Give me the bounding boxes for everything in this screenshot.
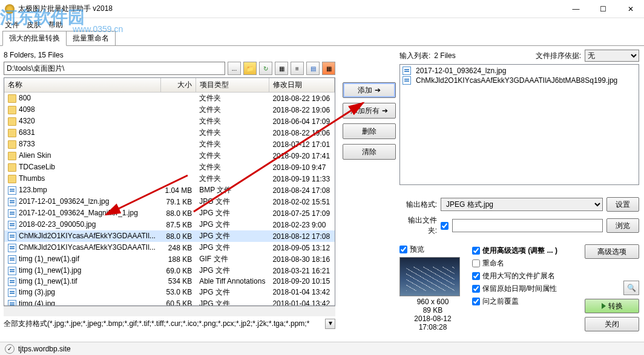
output-folder-checkbox[interactable]	[441, 222, 448, 230]
tab-batch-rename[interactable]: 批量重命名	[66, 31, 116, 45]
table-row[interactable]: timg (3).jpg53.0 KBJPG 文件2018-01-04 13:4…	[4, 287, 335, 298]
supported-formats-label: 全部支持格式(*.jpg;*.jpe;*.jpeg;*.bmp;*.gif;*.…	[4, 319, 325, 329]
maximize-button[interactable]: ☐	[590, 0, 617, 18]
app-icon	[5, 4, 15, 14]
preview-dimensions: 960 x 600	[399, 298, 466, 306]
table-row[interactable]: 8733文件夹2018-07-12 17:01	[4, 138, 335, 150]
list-item[interactable]: 2017-12-01_093624_lzn.jpg	[401, 66, 637, 76]
advanced-options-checkbox[interactable]	[472, 247, 480, 255]
add-button[interactable]: 添加➔	[343, 82, 396, 98]
keep-date-label: 保留原始日期/时间属性	[482, 284, 557, 294]
folder-icon	[8, 117, 16, 126]
table-row[interactable]: 6831文件夹2018-08-22 19:06	[4, 127, 335, 138]
output-format-label: 输出格式:	[399, 200, 437, 210]
arrow-right-icon: ➔	[375, 86, 381, 94]
file-icon	[8, 186, 16, 195]
tab-batch-convert[interactable]: 强大的批量转换	[2, 31, 67, 46]
arrow-right-icon: ➔	[382, 106, 388, 115]
rename-checkbox[interactable]	[472, 259, 480, 267]
uppercase-ext-checkbox[interactable]	[472, 272, 480, 280]
clear-button[interactable]: 清除	[343, 144, 396, 160]
folder-summary: 8 Folders, 15 Files	[4, 50, 335, 62]
folder-icon	[8, 106, 16, 114]
table-row[interactable]: timg (1)_new(1).gif188 KBGIF 文件2018-08-3…	[4, 253, 335, 265]
folder-icon	[8, 129, 16, 137]
table-row[interactable]: Thumbs文件夹2018-09-19 11:33	[4, 173, 335, 184]
folder-icon	[8, 163, 16, 172]
folder-icon	[8, 94, 16, 103]
file-icon	[8, 300, 16, 305]
horizontal-scrollbar[interactable]	[4, 306, 335, 316]
view-large-icon[interactable]: ▦	[275, 62, 288, 75]
formats-dropdown-icon[interactable]: ▾	[325, 319, 335, 329]
output-folder-label: 输出文件夹:	[399, 215, 437, 236]
table-row[interactable]: timg (1)_new(1).jpg69.0 KBJPG 文件2018-03-…	[4, 265, 335, 276]
col-header-date[interactable]: 修改日期	[269, 78, 334, 93]
preview-image	[399, 257, 460, 296]
browse-path-button[interactable]: ...	[228, 62, 241, 75]
table-row[interactable]: timg (1)_new(1).tif534 KBAble Tiff Annot…	[4, 276, 335, 287]
file-icon	[8, 232, 16, 241]
sort-label: 文件排序依据:	[536, 51, 581, 61]
output-format-select[interactable]: JPEG 格式.jpg	[441, 198, 603, 211]
table-row[interactable]: ChMkJld2O1KIYcasAAfEkkY3GDAAATIl...88.0 …	[4, 230, 335, 242]
advanced-options-header: 使用高级选项 (调整 ... )	[482, 246, 557, 256]
table-row[interactable]: TDCaseLib文件夹2018-09-10 9:47	[4, 161, 335, 173]
table-row[interactable]: 4320文件夹2018-06-04 17:09	[4, 116, 335, 127]
input-file-list[interactable]: 2017-12-01_093624_lzn.jpgChMkJld2O1KIYca…	[399, 64, 639, 185]
sort-select[interactable]: 无	[585, 50, 639, 62]
file-icon	[8, 221, 16, 229]
table-row[interactable]: 123.bmp1.04 MBBMP 文件2018-08-24 17:08	[4, 184, 335, 196]
file-icon	[8, 209, 16, 218]
add-all-button[interactable]: 添加所有➔	[343, 103, 396, 119]
uppercase-ext-label: 使用大写的文件扩展名	[482, 271, 555, 281]
view-thumbs-icon[interactable]: ▦	[322, 62, 335, 75]
overwrite-ask-checkbox[interactable]	[472, 298, 480, 305]
input-list-count: 2 Files	[434, 51, 455, 60]
table-row[interactable]: 2018-02-23_090050.jpg87.5 KBJPG 文件2018-0…	[4, 219, 335, 230]
browse-output-button[interactable]: 浏览	[606, 218, 639, 233]
table-row[interactable]: 2017-12-01_093624_lzn.jpg79.1 KBJPG 文件20…	[4, 196, 335, 207]
file-icon	[8, 198, 16, 206]
refresh-icon[interactable]: ↻	[259, 62, 272, 75]
folder-icon	[8, 175, 16, 183]
table-row[interactable]: Alien Skin文件夹2018-09-20 17:41	[4, 150, 335, 161]
convert-button[interactable]: 转换	[585, 299, 639, 313]
menu-help[interactable]: 帮助	[48, 20, 63, 30]
close-button[interactable]: ✕	[617, 0, 644, 18]
table-row[interactable]: 2017-12-01_093624_Magnifier_1.jpg88.0 KB…	[4, 207, 335, 219]
table-row[interactable]: ChMkJld2O1KIYcasAAfEkkY3GDAAATIl...248 K…	[4, 242, 335, 253]
col-header-name[interactable]: 名称	[4, 78, 161, 93]
menu-file[interactable]: 文件	[5, 20, 19, 30]
keep-date-checkbox[interactable]	[472, 285, 480, 293]
magnify-icon[interactable]: 🔍	[623, 281, 639, 295]
col-header-type[interactable]: 项目类型	[196, 78, 269, 93]
preview-label: 预览	[410, 244, 424, 255]
list-item[interactable]: ChMkJld2O1KIYcasAAfEkkY3GDAAATIlAJ6btMAB…	[401, 76, 637, 85]
table-row[interactable]: timg (4).jpg60.5 KBJPG 文件2018-01-04 13:4…	[4, 298, 335, 305]
menu-skin[interactable]: 皮肤	[27, 20, 41, 30]
status-url: tjtps.wordbp.site	[18, 345, 71, 353]
up-folder-icon[interactable]: 📁	[243, 62, 257, 75]
file-icon	[8, 278, 16, 286]
view-details-icon[interactable]: ▤	[306, 62, 320, 75]
col-header-size[interactable]: 大小	[161, 78, 196, 93]
close-panel-button[interactable]: 关闭	[585, 317, 639, 331]
preview-filesize: 89 KB	[399, 306, 466, 314]
path-input[interactable]	[4, 62, 225, 75]
minimize-button[interactable]: —	[562, 0, 590, 18]
status-icon: ✓	[5, 344, 15, 354]
rename-label: 重命名	[482, 258, 504, 269]
output-folder-input[interactable]	[452, 219, 603, 232]
settings-button[interactable]: 设置	[606, 197, 639, 212]
view-list-icon[interactable]: ≡	[291, 62, 304, 75]
input-list-label: 输入列表:	[399, 51, 430, 61]
preview-timestamp: 2018-08-12 17:08:28	[399, 314, 466, 331]
folder-icon	[8, 140, 16, 149]
preview-checkbox[interactable]	[399, 246, 407, 253]
table-row[interactable]: 4098文件夹2018-08-22 19:06	[4, 104, 335, 116]
delete-button[interactable]: 删除	[343, 123, 396, 139]
advanced-options-button[interactable]: 高级选项	[585, 244, 639, 259]
file-icon	[8, 288, 16, 297]
table-row[interactable]: 800文件夹2018-08-22 19:06	[4, 93, 335, 105]
